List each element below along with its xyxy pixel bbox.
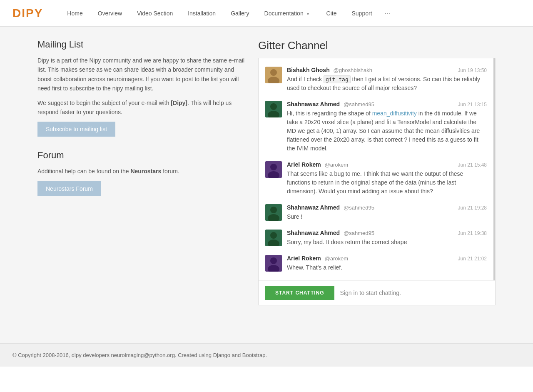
nav-link-overview[interactable]: Overview [90,0,130,27]
msg-text-6: Whew. That's a relief. [287,263,487,272]
msg-author-area-3: Ariel Rokem @arokem [287,161,348,168]
msg-author-area-2: Shahnawaz Ahmed @sahmed95 [287,101,374,107]
msg-author-6: Ariel Rokem [287,255,321,262]
nav-item-installation: Installation [180,0,223,27]
msg-header-6: Ariel Rokem @arokem Jun 21 21:02 [287,255,487,262]
main-wrapper: Mailing List Dipy is a part of the Nipy … [0,27,533,343]
chat-message-4: Shahnawaz Ahmed @sahmed95 Jun 21 19:28 S… [259,200,493,225]
msg-author-area-5: Shahnawaz Ahmed @sahmed95 [287,230,374,236]
nav-links: Home Overview Video Section Installation… [60,0,396,27]
subscribe-button[interactable]: Subscribe to mailing list [37,122,115,137]
forum-text: Additional help can be found on the Neur… [37,167,246,176]
msg-handle-1: @ghoshbishakh [334,67,372,73]
neurostars-button[interactable]: Neurostars Forum [37,181,101,196]
chat-messages[interactable]: Bishakh Ghosh @ghoshbishakh Jun 19 13:50… [259,58,495,280]
left-column: Mailing List Dipy is a part of the Nipy … [37,39,246,305]
nav-link-more[interactable]: ··· [380,0,396,27]
avatar-bishakh-1 [265,67,282,83]
nav-link-gallery[interactable]: Gallery [223,0,257,27]
nav-item-documentation: Documentation ▾ [257,0,319,27]
forum-text-prefix: Additional help can be found on the [37,168,130,175]
msg-author-area-1: Bishakh Ghosh @ghoshbishakh [287,67,372,73]
msg-time-5: Jun 21 19:38 [458,230,487,236]
avatar-shahnawaz-1 [265,101,282,117]
nav-item-cite: Cite [319,0,344,27]
gitter-box: Bishakh Ghosh @ghoshbishakh Jun 19 13:50… [258,58,496,305]
nav-link-documentation[interactable]: Documentation ▾ [257,0,319,27]
forum-title: Forum [37,150,246,161]
msg-body-6: Ariel Rokem @arokem Jun 21 21:02 Whew. T… [287,255,487,272]
nav-item-overview: Overview [90,0,130,27]
msg-header-1: Bishakh Ghosh @ghoshbishakh Jun 19 13:50 [287,67,487,73]
msg-author-2: Shahnawaz Ahmed [287,101,340,107]
msg-author-1: Bishakh Ghosh [287,67,330,73]
sign-in-text: Sign in to start chatting. [340,290,401,296]
mailing-list-title: Mailing List [37,39,246,50]
msg-handle-5: @sahmed95 [344,230,374,236]
site-footer: © Copyright 2008-2016, dipy developers n… [0,343,533,367]
navbar: DIPY Home Overview Video Section Install… [0,0,533,27]
brand-logo[interactable]: DIPY [12,7,43,20]
nav-link-home[interactable]: Home [60,0,90,27]
msg-text-3: That seems like a bug to me. I think tha… [287,170,487,196]
msg-body-3: Ariel Rokem @arokem Jun 21 15:48 That se… [287,161,487,196]
msg-handle-3: @arokem [325,162,349,168]
chat-footer: START CHATTING Sign in to start chatting… [259,280,495,305]
nav-link-cite[interactable]: Cite [319,0,344,27]
msg-text-5: Sorry, my bad. It does return the correc… [287,238,487,247]
forum-text-bold: Neurostars [130,168,161,175]
msg-body-5: Shahnawaz Ahmed @sahmed95 Jun 21 19:38 S… [287,230,487,247]
mailing-para2-prefix: We suggest to begin the subject of your … [37,100,171,106]
chat-message-6: Ariel Rokem @arokem Jun 21 21:02 Whew. T… [259,251,493,276]
nav-link-installation[interactable]: Installation [180,0,223,27]
svg-point-1 [270,69,277,76]
chat-message-1: Bishakh Ghosh @ghoshbishakh Jun 19 13:50… [259,62,493,97]
msg-author-3: Ariel Rokem [287,161,321,168]
mailing-para1: Dipy is a part of the Nipy community and… [37,56,246,93]
nav-item-more: ··· [380,0,396,27]
brand-text: DIPY [12,7,43,20]
avatar-ariel-2 [265,255,282,272]
more-icon: ··· [385,9,391,17]
msg-header-4: Shahnawaz Ahmed @sahmed95 Jun 21 19:28 [287,204,487,211]
avatar-shahnawaz-3 [265,230,282,246]
svg-point-4 [270,103,277,110]
mean-diffusitivity-link[interactable]: mean_diffusitivity [372,110,417,117]
msg-time-6: Jun 21 21:02 [458,256,487,262]
msg-text-1: And if I check git tag then I get a list… [287,75,487,92]
msg-author-5: Shahnawaz Ahmed [287,230,340,236]
msg-author-area-6: Ariel Rokem @arokem [287,255,348,262]
msg-header-3: Ariel Rokem @arokem Jun 21 15:48 [287,161,487,168]
svg-point-16 [270,257,277,264]
mailing-para2: We suggest to begin the subject of your … [37,98,246,117]
msg-handle-2: @sahmed95 [344,101,374,107]
chat-message-2: Shahnawaz Ahmed @sahmed95 Jun 21 13:15 H… [259,97,493,157]
chat-message-3: Ariel Rokem @arokem Jun 21 15:48 That se… [259,157,493,200]
code-git-tag: git tag [324,75,351,83]
msg-handle-6: @arokem [325,255,349,262]
msg-handle-4: @sahmed95 [344,205,374,211]
msg-time-4: Jun 21 19:28 [458,205,487,211]
start-chatting-button[interactable]: START CHATTING [265,286,334,300]
content-area: Mailing List Dipy is a part of the Nipy … [29,27,504,318]
msg-text-2: Hi, this is regarding the shape of mean_… [287,109,487,153]
msg-time-1: Jun 19 13:50 [458,67,487,73]
msg-body-1: Bishakh Ghosh @ghoshbishakh Jun 19 13:50… [287,67,487,92]
svg-point-7 [270,164,277,170]
msg-body-2: Shahnawaz Ahmed @sahmed95 Jun 21 13:15 H… [287,101,487,153]
avatar-ariel-1 [265,161,282,178]
msg-body-4: Shahnawaz Ahmed @sahmed95 Jun 21 19:28 S… [287,204,487,221]
svg-point-10 [270,207,277,213]
nav-item-home: Home [60,0,90,27]
nav-item-support: Support [344,0,379,27]
msg-author-4: Shahnawaz Ahmed [287,204,340,211]
mailing-para2-bold: [Dipy] [171,100,187,106]
svg-point-13 [270,232,277,239]
nav-link-video[interactable]: Video Section [130,0,180,27]
forum-section: Forum Additional help can be found on th… [37,150,246,206]
msg-author-area-4: Shahnawaz Ahmed @sahmed95 [287,204,374,211]
dropdown-arrow-icon: ▾ [307,12,309,16]
nav-item-gallery: Gallery [223,0,257,27]
nav-link-support[interactable]: Support [344,0,379,27]
msg-time-2: Jun 21 13:15 [458,102,487,107]
